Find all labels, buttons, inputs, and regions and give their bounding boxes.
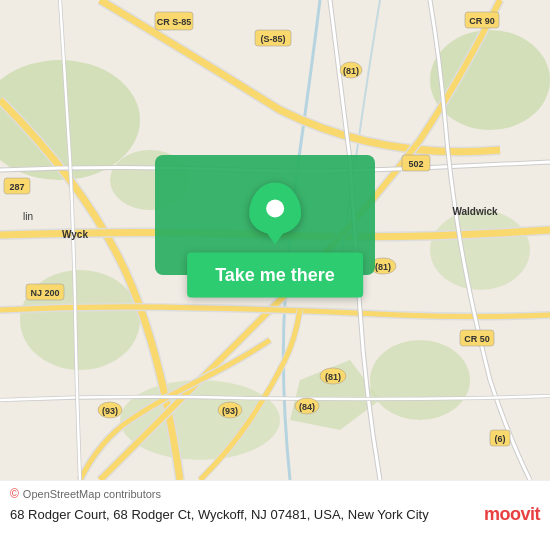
- svg-text:(81): (81): [343, 66, 359, 76]
- svg-text:(84): (84): [299, 402, 315, 412]
- osm-symbol: ©: [10, 487, 19, 501]
- svg-text:Wyck: Wyck: [62, 229, 88, 240]
- svg-text:(93): (93): [222, 406, 238, 416]
- svg-text:CR S-85: CR S-85: [157, 17, 192, 27]
- svg-point-8: [430, 210, 530, 290]
- svg-text:CR 90: CR 90: [469, 16, 495, 26]
- svg-point-2: [430, 30, 550, 130]
- address-row: 68 Rodger Court, 68 Rodger Ct, Wyckoff, …: [10, 504, 540, 525]
- osm-row: © OpenStreetMap contributors: [10, 487, 540, 501]
- svg-text:502: 502: [408, 159, 423, 169]
- pin-inner-circle: [266, 200, 284, 218]
- svg-text:287: 287: [9, 182, 24, 192]
- moovit-brand: moovit: [484, 504, 540, 525]
- svg-text:(6): (6): [495, 434, 506, 444]
- svg-text:(93): (93): [102, 406, 118, 416]
- svg-text:(S-85): (S-85): [260, 34, 285, 44]
- address-text: 68 Rodger Court, 68 Rodger Ct, Wyckoff, …: [10, 507, 484, 522]
- svg-point-6: [120, 380, 280, 460]
- svg-text:lin: lin: [23, 211, 33, 222]
- svg-text:Waldwick: Waldwick: [452, 206, 498, 217]
- moovit-logo-text: moovit: [484, 504, 540, 525]
- svg-text:CR 50: CR 50: [464, 334, 490, 344]
- svg-text:NJ 200: NJ 200: [30, 288, 59, 298]
- svg-text:(81): (81): [325, 372, 341, 382]
- take-me-there-button[interactable]: Take me there: [187, 253, 363, 298]
- location-pin: [249, 183, 301, 235]
- svg-point-3: [370, 340, 470, 420]
- bottom-info: © OpenStreetMap contributors 68 Rodger C…: [0, 480, 550, 533]
- osm-text: OpenStreetMap contributors: [23, 488, 161, 500]
- take-me-there-overlay: Take me there: [187, 183, 363, 298]
- map-container: CR S-85 (S-85) CR 90 287 (81) (81) (81) …: [0, 0, 550, 480]
- svg-text:(81): (81): [375, 262, 391, 272]
